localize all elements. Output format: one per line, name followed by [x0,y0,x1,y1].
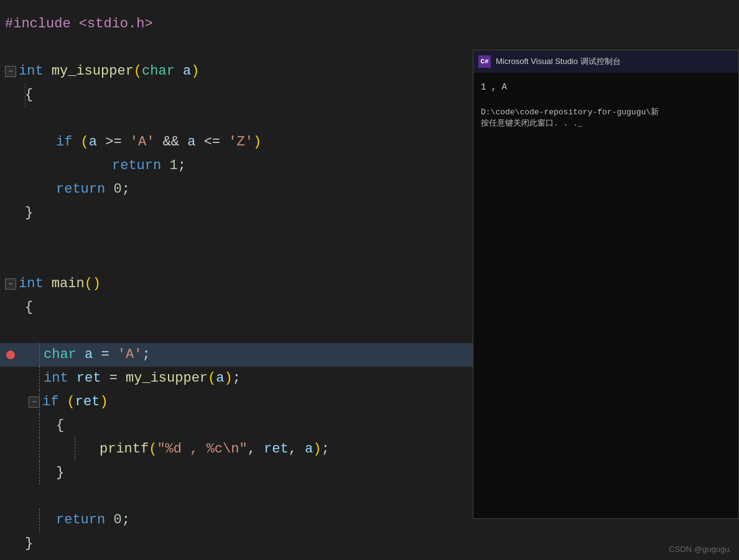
blank-line-6 [0,485,473,508]
guide-indent-5 [39,438,40,461]
collapse-if-btn[interactable]: − [29,397,40,408]
open-brace-isupper: { [0,83,473,107]
code-return-0-2: return 0; [0,508,473,532]
code-line-include: #include <stdio.h> [0,12,473,36]
code-int-ret: int ret = my_isupper(a); [0,367,473,390]
console-body: 1 , A D:\code\code-repository-for-gugugu… [473,73,738,518]
console-titlebar: C# Microsoft Visual Studio 调试控制台 [473,50,738,73]
collapse-main-btn[interactable]: − [5,278,16,290]
guide-indent-1 [39,343,40,367]
code-return-0-1: return 0; [0,178,473,201]
blank-line-1 [0,36,473,60]
close-brace-main: } [0,532,473,556]
console-blank [481,94,731,106]
code-if-ret: − if (ret) [0,390,473,414]
close-brace-if: } [0,461,473,485]
kw-int-2: int [19,272,44,296]
code-editor: #include <stdio.h> − int my_isupper(char… [0,0,473,560]
guide-indent-2 [39,367,40,390]
kw-int-1: int [19,60,44,83]
vs-icon: C# [478,55,491,68]
code-return-1: return 1; [0,154,473,178]
guide-indent-4 [39,414,40,438]
open-brace-main: { [0,296,473,319]
func-decl-isupper: − int my_isupper(char a) [0,60,473,83]
code-char-a: char a = 'A'; [0,343,473,367]
code-if-upper: if (a >= 'A' && a <= 'Z') [0,131,473,154]
guide-indent-7 [39,461,40,485]
breakpoint-dot [6,351,15,359]
blank-line-3 [0,225,473,249]
open-brace-if: { [0,414,473,438]
fn-my-isupper: my_isupper [52,60,134,83]
fn-main: main [52,272,85,296]
console-output-1: 1 , A [481,80,731,94]
include-text: #include <stdio.h> [5,12,153,36]
func-decl-main: − int main() [0,272,473,296]
watermark: CSDN @gugugu. [669,544,732,554]
blank-line-4 [0,249,473,272]
collapse-isupper-btn[interactable]: − [5,66,16,77]
console-window: C# Microsoft Visual Studio 调试控制台 1 , A D… [473,50,739,519]
code-printf: printf("%d , %c\n", ret, a); [0,438,473,461]
console-hint: 按任意键关闭此窗口. . ._ [481,117,731,129]
blank-line-2 [0,107,473,131]
console-path: D:\code\code-repository-for-gugugu\新 [481,106,731,117]
guide-indent-8 [39,508,40,532]
close-brace-isupper: } [0,201,473,225]
console-title: Microsoft Visual Studio 调试控制台 [496,56,621,67]
blank-line-5 [0,319,473,343]
guide-indent-6 [75,438,75,461]
guide-indent-3 [39,390,40,414]
